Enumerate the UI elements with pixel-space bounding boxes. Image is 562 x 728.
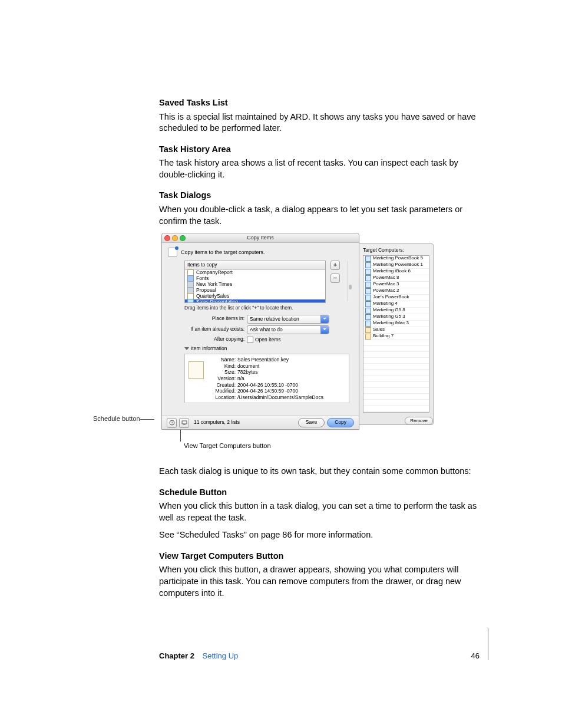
minimize-icon[interactable]: [172, 235, 178, 241]
footer-chapter-title: Setting Up: [203, 651, 239, 660]
already-exists-label: If an item already exists:: [184, 326, 244, 332]
list-icon: [365, 334, 371, 340]
computer-icon: [365, 301, 371, 307]
window-titlebar[interactable]: Copy Items: [162, 233, 359, 243]
drawer-row-empty: [363, 364, 429, 370]
drawer-row-label: PowerMac 8: [373, 275, 399, 281]
drawer-row-empty: [363, 400, 429, 406]
save-button[interactable]: Save: [298, 418, 325, 427]
drawer-row-label: Marketing iMac 3: [373, 320, 409, 327]
drawer-row[interactable]: Joe's PowerBook: [363, 295, 429, 301]
add-item-button[interactable]: +: [330, 261, 340, 270]
computer-icon: [365, 256, 371, 262]
heading-task-dialogs: Task Dialogs: [159, 190, 482, 202]
drawer-row-label: Marketing PowerBook 5: [373, 255, 423, 262]
svg-rect-1: [182, 421, 187, 424]
list-item-selected[interactable]: Sales Presentation: [196, 299, 238, 303]
copy-button[interactable]: Copy: [327, 418, 354, 427]
computer-icon: [365, 321, 371, 327]
drawer-row-empty: [363, 370, 429, 375]
keynote-icon: [187, 299, 194, 303]
computer-icon: [365, 275, 371, 281]
disclosure-triangle-icon: [184, 347, 189, 353]
drawer-row[interactable]: Building 7: [363, 334, 429, 340]
schedule-button[interactable]: [167, 418, 177, 428]
para-common-buttons: Each task dialog is unique to its own ta…: [159, 466, 482, 477]
callout-schedule-label: Schedule button: [93, 415, 140, 422]
view-targets-button[interactable]: [179, 418, 189, 428]
drawer-row[interactable]: Marketing PowerBook 1: [363, 262, 429, 269]
drawer-row-empty: [363, 394, 429, 400]
info-location-key: Location:: [210, 394, 236, 401]
info-location-value: /Users/admin/Documents/SampleDocs: [237, 394, 323, 400]
zoom-icon[interactable]: [180, 235, 186, 241]
computer-icon: [365, 262, 371, 268]
callout-view-targets-label: View Target Computers button: [184, 442, 271, 449]
drawer-row-label: Marketing G5 3: [373, 314, 405, 320]
info-modified-key: Modified:: [210, 388, 236, 394]
computer-icon: [365, 308, 371, 314]
info-kind-key: Kind:: [210, 363, 236, 370]
drawer-row-label: Marketing iBook 6: [373, 268, 411, 275]
drawer-row[interactable]: PowerMac 2: [363, 288, 429, 295]
already-exists-select[interactable]: Ask what to do: [247, 325, 329, 334]
computer-icon: [365, 314, 371, 320]
drawer-row[interactable]: Marketing G5 8: [363, 308, 429, 314]
place-items-label: Place items in:: [184, 315, 244, 322]
drawer-row[interactable]: Marketing PowerBook 5: [363, 256, 429, 262]
drawer-row[interactable]: Marketing 4: [363, 301, 429, 308]
drawer-row-empty: [363, 388, 429, 394]
drawer-row-label: PowerMac 2: [373, 288, 399, 294]
dialog-copy-items: Copy Items Copy items to the target comp…: [161, 233, 359, 430]
drawer-row-label: PowerMac 3: [373, 281, 399, 288]
computer-icon: [365, 269, 371, 275]
close-icon[interactable]: [164, 235, 170, 241]
info-modified-value: 2004-04-26 14:50:59 -0700: [237, 388, 298, 394]
item-info-panel: Name:Sales Presentation.key Kind:documen…: [184, 354, 349, 403]
place-items-select[interactable]: Same relative location: [247, 315, 329, 324]
dialog-instruction: Copy items to the target computers.: [181, 249, 265, 256]
callout-schedule: Schedule button: [93, 414, 140, 423]
drawer-row-empty: [363, 376, 429, 382]
drawer-row[interactable]: PowerMac 3: [363, 282, 429, 288]
drawer-row[interactable]: Marketing iBook 6: [363, 269, 429, 275]
computer-icon: [365, 295, 371, 301]
drawer-row-label: Sales: [373, 327, 385, 333]
item-info-disclosure[interactable]: Item Information: [184, 345, 353, 353]
remove-item-button[interactable]: –: [330, 274, 340, 283]
drawer-row-empty: [363, 382, 429, 388]
open-items-checkbox[interactable]: [247, 337, 253, 343]
drawer-row-empty: [363, 358, 429, 364]
heading-view-targets-button: View Target Computers Button: [159, 551, 482, 562]
open-items-label: Open items: [255, 337, 280, 342]
para-task-history: The task history area shows a list of re…: [159, 157, 482, 180]
item-info-label: Item Information: [191, 345, 227, 352]
keynote-file-icon: [189, 361, 204, 379]
callout-view-targets: View Target Computers button: [184, 442, 271, 450]
drawer-remove-button[interactable]: Remove: [405, 417, 433, 425]
info-name-value: Sales Presentation.key: [237, 357, 289, 363]
info-kind-value: document: [237, 363, 259, 369]
heading-task-history: Task History Area: [159, 144, 482, 156]
drawer-row-label: Marketing PowerBook 1: [373, 262, 423, 268]
footer-page-number: 46: [471, 651, 480, 660]
copy-items-icon: [168, 248, 177, 257]
page-footer: Chapter 2 Setting Up 46: [159, 628, 488, 660]
info-name-key: Name:: [210, 357, 236, 363]
target-computers-list[interactable]: Marketing PowerBook 5Marketing PowerBook…: [363, 255, 429, 413]
computer-icon: [365, 282, 371, 288]
drawer-row[interactable]: Marketing G5 3: [363, 314, 429, 321]
para-task-dialogs: When you double-click a task, a dialog a…: [159, 204, 482, 227]
items-listbox[interactable]: Items to copy CompanyReport Fonts New Yo…: [184, 261, 326, 303]
drawer-row[interactable]: PowerMac 8: [363, 275, 429, 282]
place-items-value: Same relative location: [250, 316, 299, 322]
info-created-key: Created:: [210, 382, 236, 388]
info-size-key: Size:: [210, 369, 236, 375]
computer-icon: [181, 420, 187, 426]
drawer-row[interactable]: Sales: [363, 327, 429, 334]
drawer-title: Target Computers:: [363, 247, 429, 253]
info-version-key: Version:: [210, 375, 236, 382]
footer-chapter: Chapter 2: [159, 651, 194, 660]
drawer-row[interactable]: Marketing iMac 3: [363, 321, 429, 327]
items-list-header: Items to copy: [185, 261, 325, 269]
